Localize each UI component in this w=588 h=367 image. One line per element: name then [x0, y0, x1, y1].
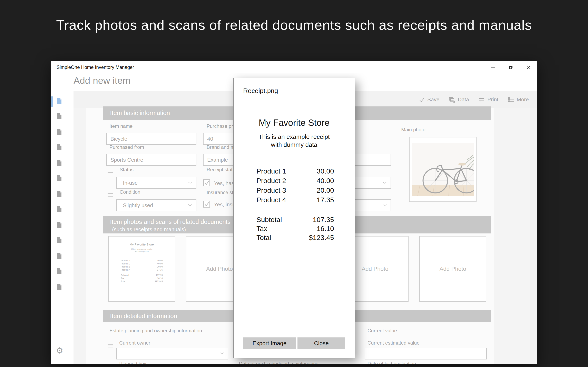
document-list: [57, 98, 61, 290]
item-name-label: Item name: [109, 123, 132, 129]
app-window: SimpleOne Home Inventory Manager Add new…: [51, 61, 537, 364]
more-button[interactable]: More: [508, 96, 529, 103]
estimated-value-label: Current estimated value: [367, 340, 420, 346]
chevron-down-icon: [220, 352, 224, 355]
save-button[interactable]: Save: [419, 96, 439, 103]
list-more-icon: [508, 97, 514, 103]
window-titlebar[interactable]: SimpleOne Home Inventory Manager: [51, 61, 537, 73]
slide-caption: Track photos and scans of related docume…: [0, 17, 588, 33]
maintenance-date-label: Date of next scheduled maintenance: [239, 361, 319, 364]
checkmark-icon: [204, 181, 209, 185]
estimated-value-input[interactable]: [365, 348, 487, 359]
main-photo-label: Main photo: [401, 127, 425, 133]
restore-button[interactable]: [502, 61, 520, 73]
receipt-store-name: My Favorite Store: [233, 118, 355, 128]
receipt-status-checkbox[interactable]: [203, 179, 210, 186]
estate-planning-header: Estate planning and ownership informatio…: [109, 328, 202, 334]
window-body: Add new item Save Data: [51, 73, 537, 364]
dialog-title: Receipt.png: [243, 87, 278, 95]
printer-icon: [478, 96, 485, 103]
close-button[interactable]: [520, 61, 537, 73]
thumbnail-items: Product 130.00 Product 240.00 Product 32…: [121, 259, 163, 271]
insurance-status-checkbox[interactable]: [203, 201, 210, 208]
presentation-slide: Track photos and scans of related docume…: [0, 0, 588, 367]
minimize-icon: [491, 67, 495, 67]
document-icon[interactable]: [57, 284, 61, 290]
receipt-thumbnail[interactable]: My Favorite Store This is an example rec…: [108, 236, 175, 302]
document-icon[interactable]: [57, 222, 61, 228]
minimize-button[interactable]: [484, 61, 502, 73]
window-controls: [484, 61, 537, 73]
document-icon[interactable]: [57, 253, 61, 259]
data-button[interactable]: Data: [449, 96, 469, 103]
selected-item-indicator: [51, 96, 53, 107]
planned-heir-label: Planned heir: [119, 361, 147, 364]
item-name-input[interactable]: Bicycle: [106, 133, 196, 145]
current-value-header: Current value: [367, 328, 397, 334]
main-photo-frame[interactable]: [409, 137, 476, 202]
drag-handle-icon[interactable]: [108, 171, 113, 175]
current-owner-label: Current owner: [119, 340, 150, 346]
drag-handle-icon[interactable]: [108, 344, 113, 349]
add-photo-box[interactable]: Add Photo: [419, 236, 486, 302]
status-dropdown[interactable]: In-use: [116, 177, 196, 189]
purchased-from-label: Purchased from: [109, 144, 144, 150]
condition-label: Condition: [120, 189, 140, 195]
bicycle-photo: [412, 143, 474, 196]
document-icon-selected[interactable]: [57, 98, 61, 104]
chevron-down-icon: [188, 204, 192, 207]
print-button[interactable]: Print: [478, 96, 498, 103]
document-icon[interactable]: [57, 237, 61, 243]
document-icon[interactable]: [57, 268, 61, 274]
chevron-down-icon: [383, 182, 387, 184]
receipt-thumbnail-content: My Favorite Store This is an example rec…: [109, 236, 175, 283]
dialog-close-button[interactable]: Close: [297, 337, 345, 349]
receipt-status-label: Receipt status: [207, 167, 238, 173]
page-title: Add new item: [73, 75, 130, 86]
receipt-totals: Subtotal107.35 Tax16.10 Total$123.45: [256, 215, 334, 242]
current-owner-dropdown[interactable]: [116, 348, 228, 359]
document-icon[interactable]: [57, 191, 61, 197]
document-icon[interactable]: [57, 160, 61, 166]
document-icon[interactable]: [57, 206, 61, 212]
checkmark-icon: [204, 202, 209, 207]
window-title: SimpleOne Home Inventory Manager: [51, 65, 134, 70]
thumbnail-totals: Subtotal107.35 Tax16.10 Total$123.45: [121, 274, 163, 283]
export-image-button[interactable]: Export Image: [243, 337, 296, 349]
purchased-from-input[interactable]: Sports Centre: [106, 154, 196, 166]
chevron-down-icon: [383, 204, 387, 207]
receipt-dialog: Receipt.png My Favorite Store This is an…: [233, 78, 355, 358]
last-evaluation-label: Date of last evaluation: [367, 361, 416, 364]
restore-icon: [509, 66, 512, 69]
check-icon: [419, 97, 425, 103]
close-icon: [527, 66, 530, 69]
document-icon[interactable]: [57, 113, 61, 119]
condition-dropdown[interactable]: Slightly used: [116, 200, 196, 211]
document-icon[interactable]: [57, 175, 61, 181]
receipt-subtitle: This is an example receipt with dummy da…: [233, 133, 355, 149]
document-icon[interactable]: [57, 129, 61, 135]
chevron-down-icon: [188, 182, 192, 184]
drag-handle-icon[interactable]: [108, 193, 113, 198]
receipt-line-items: Product 130.00 Product 240.00 Product 32…: [256, 166, 334, 205]
document-icon[interactable]: [57, 144, 61, 150]
data-windows-icon: [449, 96, 455, 103]
settings-gear-icon[interactable]: ⚙: [56, 346, 63, 355]
navigation-sidebar: ⚙: [51, 73, 73, 364]
status-label: Status: [120, 167, 134, 173]
